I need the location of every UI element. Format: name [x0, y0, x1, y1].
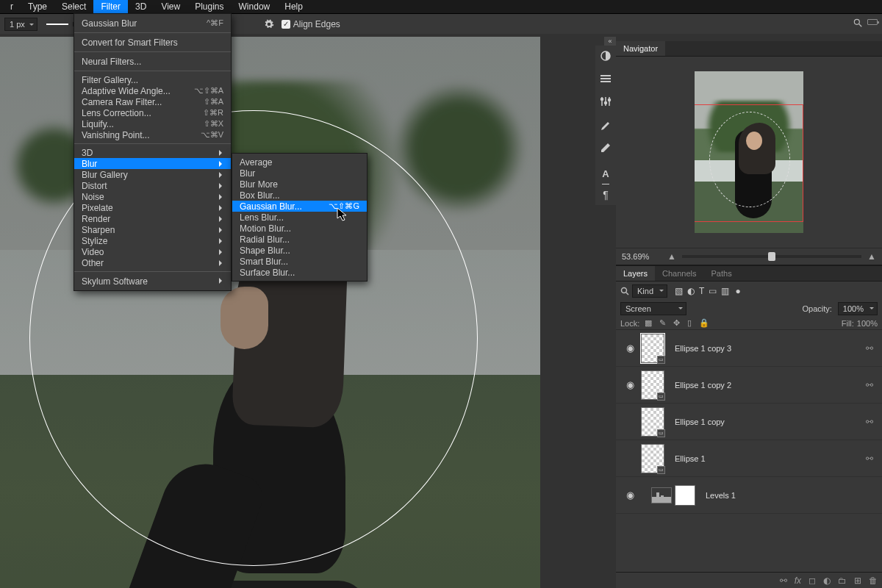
- adjustment-layer-icon[interactable]: ◐: [823, 576, 831, 586]
- menu-select[interactable]: Select: [54, 0, 93, 14]
- lock-artboard-icon[interactable]: ▯: [685, 318, 694, 328]
- layer-name[interactable]: Ellipse 1 copy: [675, 417, 725, 426]
- lock-pixels-icon[interactable]: ✎: [657, 318, 668, 328]
- menuitem-motion-blur[interactable]: Motion Blur...: [232, 223, 367, 234]
- paragraph-icon[interactable]: ¶: [603, 184, 609, 205]
- menuitem-render[interactable]: Render: [74, 213, 231, 224]
- layer-row[interactable]: ◉ Levels 1: [616, 477, 882, 514]
- menuitem-average[interactable]: Average: [232, 157, 367, 168]
- lock-transparency-icon[interactable]: ▩: [642, 318, 654, 328]
- layer-name[interactable]: Levels 1: [706, 491, 736, 500]
- layer-row[interactable]: ◉ ▭ Ellipse 1 copy 3 ⚯: [616, 330, 882, 367]
- layer-name[interactable]: Ellipse 1 copy 3: [675, 344, 731, 353]
- lock-all-icon[interactable]: 🔒: [697, 318, 711, 328]
- adjustments-icon[interactable]: [600, 91, 612, 114]
- link-layers-icon[interactable]: ⚯: [780, 576, 787, 586]
- zoom-slider[interactable]: [682, 255, 861, 258]
- menuitem-smart-blur[interactable]: Smart Blur...: [232, 256, 367, 267]
- tab-channels[interactable]: Channels: [655, 266, 703, 281]
- layer-row[interactable]: ◉ ▭ Ellipse 1 copy 2 ⚯: [616, 367, 882, 404]
- menu-view[interactable]: View: [154, 0, 187, 14]
- character-icon[interactable]: A: [602, 164, 609, 184]
- color-icon[interactable]: [600, 46, 612, 68]
- menuitem-pixelate[interactable]: Pixelate: [74, 202, 231, 213]
- menu-type[interactable]: Type: [21, 0, 54, 14]
- blend-mode-select[interactable]: Screen: [620, 302, 686, 315]
- menuitem-skylum[interactable]: Skylum Software: [74, 275, 231, 287]
- tab-layers[interactable]: Layers: [616, 266, 655, 281]
- stroke-width-select[interactable]: 1 px: [4, 18, 37, 31]
- menuitem-distort[interactable]: Distort: [74, 180, 231, 191]
- navigator-thumbnail[interactable]: [695, 71, 803, 233]
- menu-r[interactable]: r: [3, 0, 21, 14]
- menuitem-gaussian-blur[interactable]: Gaussian Blur...⌥⇧⌘G: [232, 201, 367, 212]
- menuitem-video[interactable]: Video: [74, 246, 231, 257]
- link-icon[interactable]: ⚯: [866, 380, 873, 390]
- brushes-icon[interactable]: [600, 114, 612, 137]
- levels-icon[interactable]: [651, 487, 672, 503]
- menu-filter[interactable]: Filter: [93, 0, 128, 14]
- new-layer-icon[interactable]: ⊞: [854, 576, 861, 586]
- layer-name[interactable]: Ellipse 1: [675, 454, 706, 463]
- menuitem-filter-gallery[interactable]: Filter Gallery...: [74, 74, 231, 85]
- menuitem-radial-blur[interactable]: Radial Blur...: [232, 234, 367, 245]
- gear-icon[interactable]: [264, 19, 274, 29]
- menu-plugins[interactable]: Plugins: [187, 0, 231, 14]
- menuitem-camera-raw[interactable]: Camera Raw Filter...⇧⌘A: [74, 96, 231, 107]
- layer-row[interactable]: ▭ Ellipse 1 ⚯: [616, 440, 882, 477]
- menuitem-blur-more[interactable]: Blur More: [232, 179, 367, 190]
- menuitem-neural[interactable]: Neural Filters...: [74, 55, 231, 68]
- menu-help[interactable]: Help: [277, 0, 310, 14]
- delete-layer-icon[interactable]: 🗑: [869, 576, 878, 586]
- menuitem-noise[interactable]: Noise: [74, 191, 231, 202]
- lock-position-icon[interactable]: ✥: [671, 318, 682, 328]
- layer-effects-icon[interactable]: fx: [795, 576, 801, 586]
- tab-paths[interactable]: Paths: [704, 266, 739, 281]
- align-edges-checkbox[interactable]: ✓: [282, 20, 290, 29]
- layer-name[interactable]: Ellipse 1 copy 2: [675, 381, 731, 390]
- link-icon[interactable]: ⚯: [866, 453, 873, 464]
- stroke-style-preview[interactable]: [46, 24, 68, 25]
- link-icon[interactable]: ⚯: [866, 417, 873, 427]
- menuitem-sharpen[interactable]: Sharpen: [74, 224, 231, 235]
- layer-row[interactable]: ▭ Ellipse 1 copy ⚯: [616, 404, 882, 440]
- layer-mask-thumbnail[interactable]: [675, 485, 695, 506]
- visibility-toggle[interactable]: ◉: [619, 343, 641, 354]
- menuitem-liquify[interactable]: Liquify...⇧⌘X: [74, 118, 231, 129]
- swatches-icon[interactable]: [600, 68, 612, 91]
- link-icon[interactable]: ⚯: [866, 343, 873, 354]
- menuitem-lens[interactable]: Lens Correction...⇧⌘R: [74, 107, 231, 118]
- group-icon[interactable]: 🗀: [838, 576, 847, 586]
- menuitem-surface-blur[interactable]: Surface Blur...: [232, 267, 367, 278]
- menuitem-vanishing[interactable]: Vanishing Point...⌥⌘V: [74, 129, 231, 140]
- layer-mask-icon[interactable]: ◻: [808, 576, 816, 586]
- search-icon[interactable]: [620, 287, 629, 295]
- menu-window[interactable]: Window: [232, 0, 278, 14]
- menuitem-stylize[interactable]: Stylize: [74, 235, 231, 246]
- menuitem-convert-smart[interactable]: Convert for Smart Filters: [74, 36, 231, 49]
- layer-filter-kind[interactable]: Kind: [632, 284, 667, 298]
- zoom-out-icon[interactable]: ▲: [667, 251, 676, 262]
- zoom-in-icon[interactable]: ▲: [867, 251, 876, 262]
- menuitem-lens-blur[interactable]: Lens Blur...: [232, 212, 367, 223]
- menuitem-3d[interactable]: 3D: [74, 147, 231, 158]
- menuitem-box-blur[interactable]: Box Blur...: [232, 190, 367, 201]
- panel-collapse-button[interactable]: «: [604, 37, 616, 46]
- menuitem-shape-blur[interactable]: Shape Blur...: [232, 245, 367, 256]
- menuitem-last-filter[interactable]: Gaussian Blur^⌘F: [74, 17, 231, 29]
- menu-3d[interactable]: 3D: [128, 0, 154, 14]
- menuitem-blur-gallery[interactable]: Blur Gallery: [74, 169, 231, 180]
- menuitem-blur-simple[interactable]: Blur: [232, 168, 367, 179]
- opacity-select[interactable]: 100%: [838, 302, 878, 315]
- fill-select[interactable]: 100%: [857, 319, 878, 328]
- filter-type-icons[interactable]: ▧◐T▭▥●: [670, 286, 741, 296]
- zoom-value[interactable]: 53.69%: [622, 252, 662, 261]
- search-icon[interactable]: [853, 18, 863, 30]
- visibility-toggle[interactable]: ◉: [619, 379, 641, 390]
- brush-settings-icon[interactable]: [600, 137, 612, 159]
- menuitem-adaptive[interactable]: Adaptive Wide Angle...⌥⇧⌘A: [74, 85, 231, 96]
- menuitem-other[interactable]: Other: [74, 257, 231, 268]
- menuitem-blur[interactable]: Blur: [74, 158, 231, 169]
- visibility-toggle[interactable]: ◉: [619, 490, 641, 501]
- tab-navigator[interactable]: Navigator: [616, 41, 665, 56]
